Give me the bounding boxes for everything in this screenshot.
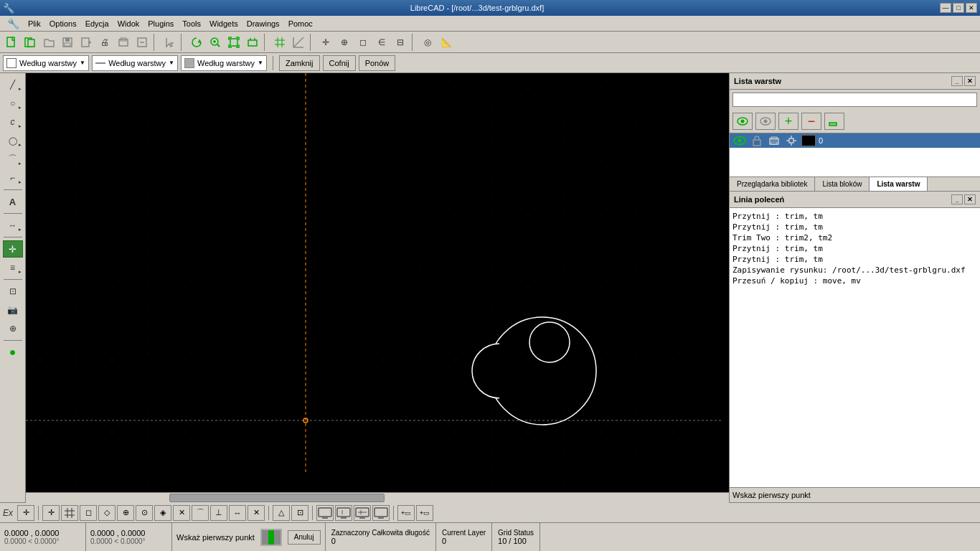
snap-center-button[interactable]: ⊕ [117, 505, 134, 521]
select-button[interactable] [161, 34, 178, 51]
snap-on-entity-button[interactable]: ∈ [373, 34, 390, 51]
layer-lock-icon[interactable] [750, 135, 764, 146]
save-as-button[interactable] [77, 34, 95, 51]
menu-drawings[interactable]: Drawings [242, 18, 284, 29]
add-view-2-button[interactable]: +▭ [416, 505, 433, 521]
distance-button[interactable]: ◎ [419, 34, 436, 51]
snap-endpoint-button[interactable]: ◻ [80, 505, 97, 521]
monitor-1-button[interactable] [316, 505, 334, 521]
add-view-1-button[interactable]: +▭ [397, 505, 415, 521]
layer-color-swatch[interactable] [801, 135, 816, 146]
print-preview-button[interactable] [115, 34, 132, 51]
restriction-button[interactable]: ⊟ [392, 34, 409, 51]
layer-name[interactable]: 0 [819, 136, 977, 145]
cancel-button[interactable]: Anuluj [288, 530, 321, 545]
canvas-area[interactable] [26, 73, 729, 492]
layers-minimize-button[interactable]: _ [951, 76, 963, 86]
snap-free-button[interactable]: ✛ [42, 505, 60, 521]
snap-toggle-button[interactable]: ⊡ [291, 505, 308, 521]
menu-widok[interactable]: Widok [113, 18, 144, 29]
menu-plik[interactable]: Plik [24, 18, 45, 29]
snap-endpoints-button[interactable]: ◻ [354, 34, 372, 51]
canvas-hscroll[interactable] [26, 492, 729, 502]
snap-perp-button[interactable]: ⊥ [210, 505, 227, 521]
menu-plugins[interactable]: Plugins [143, 18, 178, 29]
edit-layer-button[interactable] [824, 113, 844, 130]
command-log-entry: Zapisywanie rysunku: /root/...3d/test-gr… [732, 265, 977, 276]
measure-button[interactable]: 📐 [438, 34, 455, 51]
menu-edycja[interactable]: Edycja [81, 18, 113, 29]
snap-dist-button[interactable]: ↔ [229, 505, 246, 521]
crosshair-button[interactable]: ✛ [17, 505, 34, 521]
undo-button[interactable]: Cofnij [323, 55, 356, 71]
print-button[interactable]: 🖨 [96, 34, 113, 51]
arc-tool[interactable]: ⌒▸ [3, 151, 23, 168]
add-layer-button[interactable]: + [778, 113, 798, 130]
tab-library[interactable]: Przeglądarka bibliotek [730, 177, 815, 191]
minimize-button[interactable]: — [940, 3, 951, 13]
monitor-2-button[interactable] [335, 505, 352, 521]
hscroll-thumb[interactable] [169, 494, 385, 502]
monitor-3-button[interactable] [354, 505, 371, 521]
snap-intersection-button[interactable]: ✕ [173, 505, 190, 521]
forklift-tool[interactable]: ⊕ [3, 320, 23, 337]
text-tool[interactable]: A [3, 193, 23, 210]
camera-tool[interactable]: 📷 [3, 301, 23, 319]
image-tool[interactable]: ⊡ [3, 283, 23, 300]
menu-options[interactable]: Options [45, 18, 81, 29]
snap-node-button[interactable]: ⊙ [136, 505, 153, 521]
circle-tool[interactable]: ○▸ [3, 95, 23, 112]
ellipse-tool[interactable]: ◯▸ [3, 132, 23, 149]
zoom-fit-button[interactable] [225, 34, 242, 51]
tab-blocks[interactable]: Lista bloków [815, 177, 870, 191]
close-button[interactable]: ✕ [966, 3, 977, 13]
redo-button[interactable]: Ponów [359, 55, 396, 71]
layer-snap-icon[interactable] [784, 135, 798, 146]
snap-auto-button[interactable]: ⊕ [336, 34, 353, 51]
maximize-button[interactable]: □ [953, 3, 964, 13]
relative-button[interactable]: △ [273, 505, 290, 521]
remove-layer-button[interactable]: − [801, 113, 821, 130]
zoom-in-button[interactable] [207, 34, 224, 51]
modify-tool[interactable]: ≡▸ [3, 259, 23, 276]
open-button[interactable] [40, 34, 57, 51]
point-tool[interactable]: ● [3, 344, 23, 361]
line-dropdown[interactable]: Według warstwy ▼ [92, 55, 178, 71]
snap-quad-button[interactable]: ◈ [154, 505, 171, 521]
snap-midpoint-button[interactable]: ◇ [98, 505, 116, 521]
line-tool[interactable]: ╱▸ [3, 76, 23, 93]
grid-button[interactable] [271, 34, 288, 51]
zoom-redraw-button[interactable] [188, 34, 205, 51]
layer-print-icon[interactable] [767, 135, 781, 146]
tab-layers[interactable]: Lista warstw [870, 177, 928, 191]
command-close-button[interactable]: ✕ [964, 194, 976, 204]
ortho-button[interactable] [290, 34, 307, 51]
layers-search-input[interactable] [732, 93, 977, 107]
fill-dropdown[interactable]: Według warstwy ▼ [181, 55, 267, 71]
hide-all-layers-button[interactable] [755, 113, 776, 130]
menu-pomoc[interactable]: Pomoc [284, 18, 317, 29]
zoom-layer-button[interactable] [244, 34, 261, 51]
color-dropdown[interactable]: Według warstwy ▼ [3, 55, 89, 71]
snap-all-button[interactable]: ✛ [317, 34, 334, 51]
snap-grid-button[interactable] [61, 505, 78, 521]
layer-visible-icon[interactable] [732, 135, 747, 146]
save-button[interactable] [59, 34, 76, 51]
monitor-4-button[interactable] [372, 505, 390, 521]
close-button[interactable]: Zamknij [279, 55, 320, 71]
menu-widgets[interactable]: Widgets [205, 18, 242, 29]
polyline-tool[interactable]: ⌐▸ [3, 169, 23, 187]
layers-close-button[interactable]: ✕ [964, 76, 976, 86]
command-minimize-button[interactable]: _ [951, 194, 963, 204]
export-button[interactable] [133, 34, 151, 51]
snap-clear-button[interactable]: ✕ [248, 505, 265, 521]
show-all-layers-button[interactable] [732, 113, 753, 130]
dimension-tool[interactable]: ↔▸ [3, 217, 23, 234]
new-button[interactable] [3, 34, 20, 51]
menu-tools[interactable]: Tools [178, 18, 205, 29]
snap-tangent-button[interactable]: ⌒ [192, 505, 209, 521]
curve-tool[interactable]: c▸ [3, 113, 23, 131]
layer-row[interactable]: 0 [730, 133, 980, 148]
new-template-button[interactable] [22, 34, 39, 51]
move-rotate-tool[interactable]: ✛ [3, 240, 23, 258]
